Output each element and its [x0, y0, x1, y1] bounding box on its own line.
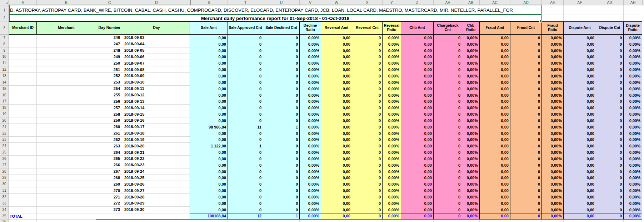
cell[interactable]: 0,00%	[299, 54, 321, 60]
cell[interactable]: 0	[352, 105, 382, 111]
cell[interactable]: 0,00	[401, 168, 433, 175]
cell[interactable]: 0,00	[563, 200, 596, 207]
cell[interactable]: 0	[510, 168, 541, 175]
cell[interactable]: 0,00%	[462, 130, 479, 137]
cell[interactable]: 0	[433, 79, 462, 86]
cell[interactable]: 246	[96, 35, 123, 41]
cell[interactable]: 0,00	[321, 194, 352, 200]
cell[interactable]: 0,00	[321, 54, 352, 60]
cell[interactable]: 0	[352, 137, 382, 143]
column-letter-AD[interactable]: AD	[510, 0, 541, 5]
cell[interactable]	[9, 73, 36, 79]
column-letter-W[interactable]: W	[321, 0, 352, 5]
cell[interactable]: 0,00%	[299, 162, 321, 168]
cell[interactable]: 2018-09-20	[123, 143, 190, 149]
cell[interactable]	[9, 47, 36, 54]
cell[interactable]: 0	[263, 175, 299, 181]
cell[interactable]: 0	[510, 86, 541, 92]
cell[interactable]: 250	[96, 60, 123, 66]
cell[interactable]: 0	[510, 137, 541, 143]
row-number[interactable]: 21	[0, 124, 9, 130]
cell[interactable]: 0,00%	[382, 207, 401, 213]
cell[interactable]: 0	[510, 47, 541, 54]
column-header-merchant-id[interactable]: Merchant ID	[9, 21, 36, 35]
cell[interactable]: 256	[96, 98, 123, 105]
cell[interactable]: 0,00%	[299, 73, 321, 79]
cell[interactable]: 0	[596, 156, 623, 162]
cell[interactable]: 0,00%	[382, 41, 401, 47]
cell[interactable]: 2018-09-11	[123, 86, 190, 92]
cell[interactable]: 0,00%	[541, 41, 563, 47]
cell[interactable]: 252	[96, 73, 123, 79]
cell[interactable]: 0	[352, 117, 382, 124]
cell[interactable]: 0,00	[321, 47, 352, 54]
cell[interactable]: 0,00%	[541, 92, 563, 99]
cell[interactable]: 0,00%	[382, 168, 401, 175]
cell[interactable]: 0,00%	[541, 73, 563, 79]
cell[interactable]: 0,00%	[382, 60, 401, 66]
cell[interactable]: 0	[263, 187, 299, 194]
cell[interactable]	[36, 60, 96, 66]
cell[interactable]: 0	[352, 60, 382, 66]
cell[interactable]: 0,00	[563, 207, 596, 213]
cell[interactable]	[36, 207, 96, 213]
cell[interactable]: 0,00	[401, 54, 433, 60]
cell[interactable]: 0,00	[563, 86, 596, 92]
cell[interactable]: 0,00%	[623, 86, 642, 92]
cell[interactable]: 0	[263, 105, 299, 111]
cell[interactable]: 0,00	[321, 175, 352, 181]
cell[interactable]: 0,00%	[382, 213, 401, 220]
cell[interactable]: 0,00%	[623, 47, 642, 54]
cell[interactable]	[36, 79, 96, 86]
cell[interactable]: 0	[263, 149, 299, 156]
cell[interactable]	[36, 105, 96, 111]
cell[interactable]: 0,00%	[299, 41, 321, 47]
row-number[interactable]: 20	[0, 117, 9, 124]
cell[interactable]: 249	[96, 54, 123, 60]
cell[interactable]: 0,00%	[623, 194, 642, 200]
cell[interactable]: 0	[228, 111, 263, 117]
cell[interactable]: 0,00%	[462, 73, 479, 79]
cell[interactable]: TOTAL	[9, 213, 36, 220]
cell[interactable]	[9, 117, 36, 124]
cell[interactable]: 0	[352, 213, 382, 220]
cell[interactable]: 0,00	[190, 60, 228, 66]
cell[interactable]: 0,00%	[541, 79, 563, 86]
row-number[interactable]: 25	[0, 149, 9, 156]
cell[interactable]: 0,00%	[462, 175, 479, 181]
cell[interactable]: 0,00	[401, 98, 433, 105]
cell[interactable]	[36, 117, 96, 124]
cell[interactable]	[36, 175, 96, 181]
cell[interactable]: 0,00	[190, 117, 228, 124]
select-all-corner[interactable]	[0, 0, 9, 5]
cell[interactable]: 268	[96, 175, 123, 181]
column-header-reversal-amt[interactable]: Reversal Amt	[321, 21, 352, 35]
cell[interactable]: 0,00	[563, 98, 596, 105]
cell[interactable]: 0,00	[563, 60, 596, 66]
cell[interactable]	[9, 92, 36, 99]
cell[interactable]: 0	[228, 207, 263, 213]
cell[interactable]: 0,00%	[541, 60, 563, 66]
cell[interactable]: 0	[596, 200, 623, 207]
column-header-sale-approved-cnt[interactable]: Sale Approved Cnt	[228, 21, 263, 35]
cell[interactable]: 0,00%	[541, 124, 563, 130]
cell[interactable]	[36, 124, 96, 130]
cell[interactable]: 0,00%	[541, 54, 563, 60]
cell[interactable]: 0,00	[479, 124, 510, 130]
cell[interactable]: 0,00%	[541, 143, 563, 149]
cell[interactable]: 0,00%	[462, 162, 479, 168]
cell[interactable]: 0,00%	[382, 47, 401, 54]
cell[interactable]: 0,00%	[541, 207, 563, 213]
cell[interactable]: 0,00%	[462, 47, 479, 54]
cell[interactable]: 0	[263, 181, 299, 187]
cell[interactable]: 0,00	[401, 207, 433, 213]
cell[interactable]: 0,00%	[462, 194, 479, 200]
cell[interactable]: 0	[352, 143, 382, 149]
cell[interactable]: 2018-09-16	[123, 117, 190, 124]
cell[interactable]	[36, 149, 96, 156]
cell[interactable]: 0,00%	[299, 200, 321, 207]
cell[interactable]: 0,00	[190, 86, 228, 92]
cell[interactable]	[9, 143, 36, 149]
row-number[interactable]: 34	[0, 207, 9, 213]
cell[interactable]: 0	[510, 54, 541, 60]
